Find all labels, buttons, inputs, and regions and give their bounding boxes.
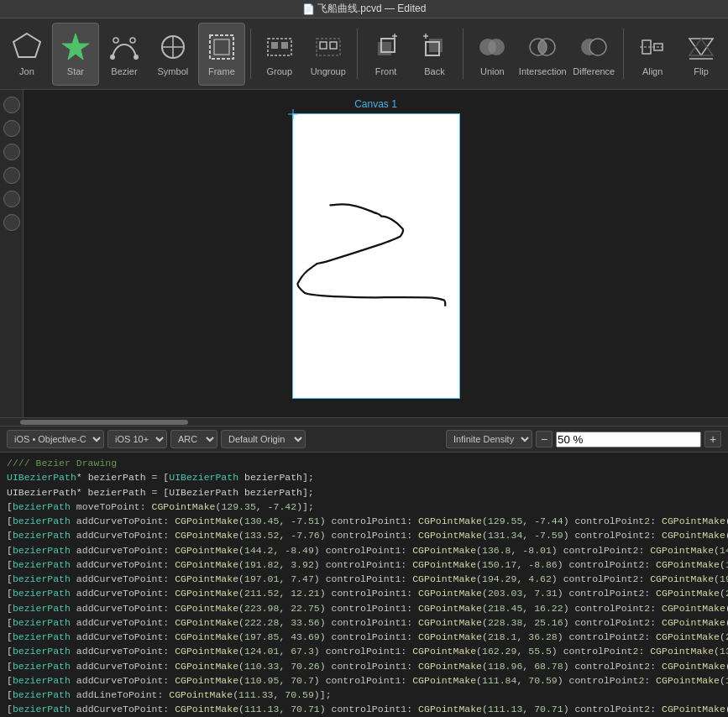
tool-flip-label: Flip [694, 66, 709, 76]
intersection-icon [526, 31, 558, 63]
tool-ungroup[interactable]: Ungroup [305, 23, 352, 86]
sidebar-btn-3[interactable] [3, 144, 20, 160]
tool-union-label: Union [480, 66, 505, 76]
svg-rect-17 [378, 42, 391, 55]
toolbar: Jon Star Bezier [0, 18, 728, 90]
titlebar: 📄 飞船曲线.pcvd — Edited [0, 0, 728, 18]
jon-icon [11, 31, 43, 63]
tool-intersection[interactable]: Intersection [517, 23, 568, 86]
code-line-9: [bezierPath addCurveToPoint: CGPointMake… [7, 615, 721, 630]
language-select[interactable]: iOS • Objective-C iOS • Swift Android [7, 430, 104, 448]
front-icon [370, 31, 402, 63]
code-line-1: [bezierPath moveToPoint: CGPointMake(129… [7, 500, 721, 514]
svg-marker-1 [62, 34, 89, 60]
difference-icon [578, 31, 610, 63]
code-line-10: [bezierPath addCurveToPoint: CGPointMake… [7, 630, 721, 644]
flip-icon [685, 31, 717, 63]
tool-difference-label: Difference [573, 66, 615, 76]
code-lines: UIBezierPath* bezierPath = [UIBezierPath… [7, 485, 721, 718]
svg-rect-9 [210, 35, 233, 59]
svg-marker-38 [689, 39, 713, 55]
svg-marker-0 [13, 34, 40, 57]
frame-icon [206, 31, 238, 63]
code-line-6: [bezierPath addCurveToPoint: CGPointMake… [7, 572, 721, 586]
svg-rect-15 [320, 42, 327, 49]
code-line-2: [bezierPath addCurveToPoint: CGPointMake… [7, 514, 721, 528]
tool-bezier-label: Bezier [111, 66, 137, 76]
tool-symbol-label: Symbol [158, 66, 189, 76]
tool-align[interactable]: Align [629, 23, 676, 86]
code-area[interactable]: //// Bezier Drawing UIBezierPath* bezier… [0, 453, 728, 717]
svg-point-27 [488, 39, 505, 55]
star-icon [60, 31, 92, 63]
density-select[interactable]: Infinite Density 1x 2x 3x [446, 430, 532, 448]
sep3 [463, 29, 464, 79]
sidebar-btn-1[interactable] [3, 97, 20, 113]
svg-rect-21 [429, 39, 443, 52]
code-line-4: [bezierPath addCurveToPoint: CGPointMake… [7, 543, 721, 557]
code-line-7: [bezierPath addCurveToPoint: CGPointMake… [7, 586, 721, 600]
title-text: 飞船曲线.pcvd — Edited [317, 2, 426, 16]
canvas-frame[interactable] [292, 113, 460, 399]
svg-rect-12 [271, 42, 278, 49]
code-declaration: UIBezierPath* bezierPath = [UIBezierPath… [7, 470, 721, 484]
origin-select[interactable]: Default Origin Custom Origin [221, 430, 306, 448]
code-line-12: [bezierPath addCurveToPoint: CGPointMake… [7, 659, 721, 673]
tool-jon-label: Jon [19, 66, 34, 76]
code-line-13: [bezierPath addCurveToPoint: CGPointMake… [7, 673, 721, 688]
svg-point-5 [130, 38, 135, 43]
code-line-15: [bezierPath addCurveToPoint: CGPointMake… [7, 702, 721, 716]
horizontal-scrollbar[interactable] [0, 417, 728, 426]
svg-rect-16 [330, 42, 337, 49]
svg-point-3 [134, 55, 139, 60]
tool-jon[interactable]: Jon [3, 23, 50, 86]
bezier-drawing [293, 114, 459, 398]
code-line-3: [bezierPath addCurveToPoint: CGPointMake… [7, 528, 721, 542]
tool-difference[interactable]: Difference [569, 23, 618, 86]
sidebar-btn-6[interactable] [3, 214, 20, 231]
align-icon [636, 31, 668, 63]
zoom-controls: Infinite Density 1x 2x 3x − + [446, 430, 721, 448]
tool-flip[interactable]: Flip [678, 23, 725, 86]
tool-group[interactable]: Group [256, 23, 303, 86]
code-comment: //// Bezier Drawing [7, 456, 721, 470]
canvas-label: Canvas 1 [354, 98, 397, 110]
tool-back[interactable]: Back [411, 23, 458, 86]
sidebar-btn-5[interactable] [3, 191, 20, 207]
tool-align-label: Align [642, 66, 663, 76]
ungroup-icon [312, 31, 344, 63]
svg-point-4 [113, 38, 118, 43]
tool-star[interactable]: Star [52, 23, 99, 86]
tool-back-label: Back [424, 66, 444, 76]
tool-frame-label: Frame [208, 66, 235, 76]
group-icon [264, 31, 296, 63]
symbol-icon [157, 31, 189, 63]
tool-front-label: Front [375, 66, 397, 76]
title-icon: 📄 [302, 3, 315, 15]
arc-select[interactable]: ARC MRC [170, 430, 217, 448]
sep1 [250, 29, 251, 79]
sidebar-btn-2[interactable] [3, 120, 20, 137]
zoom-input[interactable] [556, 432, 701, 447]
tool-bezier[interactable]: Bezier [101, 23, 148, 86]
zoom-out-button[interactable]: − [536, 431, 553, 447]
tool-symbol[interactable]: Symbol [149, 23, 196, 86]
zoom-in-button[interactable]: + [704, 431, 721, 447]
version-select[interactable]: iOS 10+ iOS 9+ [107, 430, 167, 448]
sep2 [357, 29, 358, 79]
sidebar-btn-4[interactable] [3, 167, 20, 184]
tool-group-label: Group [267, 66, 293, 76]
back-icon [418, 31, 450, 63]
tool-front[interactable]: Front [363, 23, 410, 86]
tool-ungroup-label: Ungroup [311, 66, 346, 76]
bezier-icon [108, 31, 140, 63]
tool-frame[interactable]: Frame [198, 23, 245, 86]
left-sidebar [0, 90, 24, 417]
tool-union[interactable]: Union [469, 23, 516, 86]
code-line-8: [bezierPath addCurveToPoint: CGPointMake… [7, 601, 721, 615]
svg-rect-10 [214, 39, 229, 55]
tool-star-label: Star [67, 66, 84, 76]
svg-marker-36 [689, 39, 713, 55]
code-line-5: [bezierPath addCurveToPoint: CGPointMake… [7, 557, 721, 572]
h-scroll-thumb[interactable] [20, 420, 188, 425]
